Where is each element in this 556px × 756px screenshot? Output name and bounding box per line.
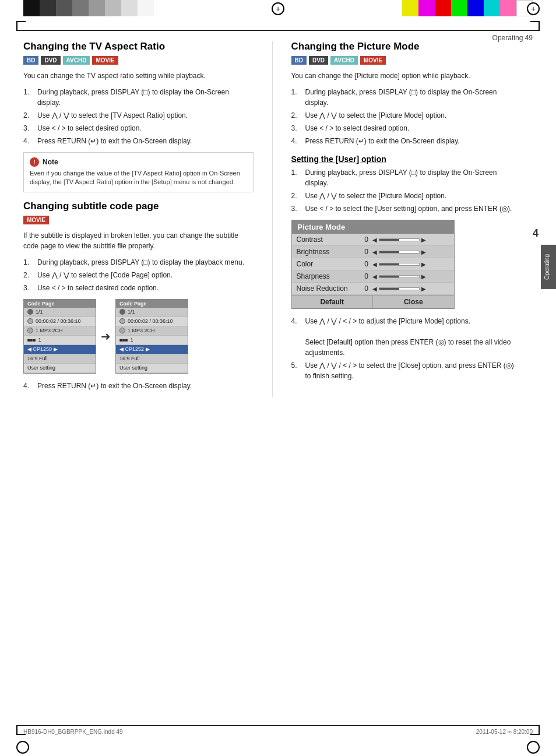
- list-item: 4. Press RETURN (↵) to exit the On-Scree…: [23, 381, 254, 391]
- cp-row: ■■■ 1: [116, 336, 188, 345]
- corner-mark-tr: [530, 21, 540, 30]
- note-icon: !: [30, 157, 39, 167]
- side-tab-label: Operating: [541, 245, 556, 289]
- steps-user-before-table: 1. During playback, press DISPLAY (□) to…: [291, 167, 522, 214]
- center-compass-icon: [272, 2, 284, 15]
- pm-row-contrast: Contrast 0 ◀ ▶: [292, 234, 454, 246]
- badge-movie-2: MOVIE: [23, 216, 49, 224]
- footer-left: HB916-DH0_BGBRPPK_ENG.indd 49: [23, 729, 123, 735]
- arrow-right-icon: ➜: [101, 329, 111, 343]
- pm-label: Color: [297, 260, 361, 268]
- list-item: 2. Use ⋀ / ⋁ to select the [Picture Mode…: [291, 110, 522, 121]
- pm-value: 0: [361, 248, 372, 256]
- badge-row-subtitle: MOVIE: [23, 216, 254, 224]
- cp-row: 16:9 Full: [116, 354, 188, 364]
- two-column-layout: Changing the TV Aspect Ratio BD DVD AVCH…: [23, 41, 521, 397]
- cp-icon-disc: [119, 318, 125, 324]
- code-page-box-right: Code Page 1/1 00:00:02 / 00:36:10 1 MP3 …: [115, 299, 188, 374]
- badge-dvd-right: DVD: [309, 56, 328, 65]
- cp-icon: [119, 309, 125, 315]
- cp-row: ■■■ 1: [24, 336, 96, 345]
- pm-label: Noise Reduction: [297, 284, 361, 293]
- note-text: Even if you change the value of the [TV …: [30, 169, 247, 187]
- badge-movie: MOVIE: [92, 56, 118, 65]
- list-item: 1. During playback, press DISPLAY (□) to…: [291, 87, 522, 108]
- cp-icon-disc: [27, 328, 33, 333]
- list-item: 3. Use < / > to select desired code opti…: [23, 283, 254, 293]
- cp-row: 16:9 Full: [24, 354, 96, 364]
- note-title: ! Note: [30, 157, 247, 167]
- chapter-number: 4: [533, 227, 539, 240]
- list-item: 4. Use ⋀ / ⋁ / < / > to adjust the [Pict…: [291, 316, 522, 358]
- section-tv-aspect-ratio: Changing the TV Aspect Ratio BD DVD AVCH…: [23, 41, 254, 192]
- cp-icon-disc: [27, 318, 33, 324]
- code-page-box-left: Code Page 1/1 00:00:02 / 00:36:10 1 MP3 …: [23, 299, 96, 374]
- steps-tv-aspect: 1. During playback, press DISPLAY (□) to…: [23, 87, 254, 146]
- pm-bar-track: [379, 238, 420, 241]
- main-content: Changing the TV Aspect Ratio BD DVD AVCH…: [23, 41, 521, 721]
- compass-bl-icon: [16, 741, 29, 754]
- step4-subtitle: 4. Press RETURN (↵) to exit the On-Scree…: [23, 381, 254, 391]
- cp-row-highlight: ◀ CP1250 ▶: [24, 345, 96, 354]
- list-item: 2. Use ⋀ / ⋁ to select the [Code Page] o…: [23, 270, 254, 280]
- pm-arrow-right: ▶: [421, 237, 426, 243]
- list-item: 3. Use < / > to select desired option.: [23, 123, 254, 133]
- badge-bd: BD: [23, 56, 38, 65]
- column-divider: [272, 41, 273, 397]
- pm-value: 0: [361, 272, 372, 280]
- note-box: ! Note Even if you change the value of t…: [23, 152, 254, 192]
- pm-row-noise: Noise Reduction 0 ◀ ▶: [292, 283, 454, 295]
- pm-bar-track: [379, 263, 420, 266]
- intro-tv-aspect: You can change the TV aspect ratio setti…: [23, 71, 254, 81]
- pm-footer: Default Close: [292, 295, 454, 308]
- pm-label: Contrast: [297, 235, 361, 244]
- cp-title-left: Code Page: [24, 300, 96, 308]
- pm-arrow-right: ▶: [421, 261, 426, 268]
- pm-default-button[interactable]: Default: [292, 296, 374, 308]
- badge-avchd-right: AVCHD: [330, 56, 358, 65]
- list-item: 3. Use < / > to select the [User setting…: [291, 203, 522, 214]
- pm-row-sharpness: Sharpness 0 ◀ ▶: [292, 270, 454, 283]
- pm-value: 0: [361, 284, 372, 293]
- left-column: Changing the TV Aspect Ratio BD DVD AVCH…: [23, 41, 254, 397]
- cp-row-highlight-right: ◀ CP1252 ▶: [116, 345, 188, 354]
- list-item: 2. Use ⋀ / ⋁ to select the [TV Aspect Ra…: [23, 110, 254, 121]
- section-picture-mode: Changing the Picture Mode BD DVD AVCHD M…: [291, 41, 522, 146]
- section-title-picture-mode: Changing the Picture Mode: [291, 41, 522, 52]
- color-bars-right: [402, 0, 533, 16]
- cp-row: User setting: [116, 364, 188, 373]
- pm-arrow-left: ◀: [372, 237, 377, 243]
- steps-user-after-table: 4. Use ⋀ / ⋁ / < / > to adjust the [Pict…: [291, 316, 522, 381]
- section-subtitle-code: Changing subtitle code page MOVIE If the…: [23, 201, 254, 391]
- pm-close-button[interactable]: Close: [373, 296, 454, 308]
- list-item: 2. Use ⋀ / ⋁ to select the [Picture Mode…: [291, 191, 522, 201]
- section-title-subtitle: Changing subtitle code page: [23, 201, 254, 212]
- list-item: 3. Use < / > to select desired option.: [291, 123, 522, 133]
- pm-arrow-right: ▶: [421, 249, 426, 255]
- cp-row: 1 MP3 2CH: [24, 326, 96, 336]
- picture-mode-table: Picture Mode Contrast 0 ◀ ▶ Br: [291, 220, 455, 309]
- cp-row: User setting: [24, 364, 96, 373]
- footer-right: 2011-05-12 ∞ 8:20:00: [476, 729, 533, 735]
- pm-arrow-right: ▶: [421, 273, 426, 280]
- bottom-rule: [16, 725, 540, 726]
- cp-row: 00:00:02 / 00:36:10: [116, 317, 188, 326]
- list-item: 4. Press RETURN (↵) to exit the On-Scree…: [291, 136, 522, 146]
- pm-row-brightness: Brightness 0 ◀ ▶: [292, 246, 454, 258]
- steps-subtitle: 1. During playback, press DISPLAY (□) to…: [23, 257, 254, 293]
- intro-picture-mode: You can change the [Picture mode] option…: [291, 71, 522, 81]
- pm-bar-track: [379, 251, 420, 254]
- pm-arrow-left: ◀: [372, 273, 377, 280]
- corner-mark-tl: [16, 21, 26, 30]
- section-user-option: Setting the [User] option 1. During play…: [291, 154, 522, 381]
- cp-icon: [27, 309, 33, 315]
- pm-title: Picture Mode: [292, 220, 454, 234]
- intro-subtitle: If the subtitle is displayed in broken l…: [23, 230, 254, 251]
- pm-row-color: Color 0 ◀ ▶: [292, 258, 454, 270]
- cp-row: 1/1: [24, 308, 96, 317]
- page-footer: HB916-DH0_BGBRPPK_ENG.indd 49 2011-05-12…: [23, 729, 533, 735]
- pm-arrow-right: ▶: [421, 286, 426, 292]
- compass-right-icon: [527, 2, 540, 15]
- pm-bar-track: [379, 275, 420, 278]
- pm-label: Sharpness: [297, 272, 361, 280]
